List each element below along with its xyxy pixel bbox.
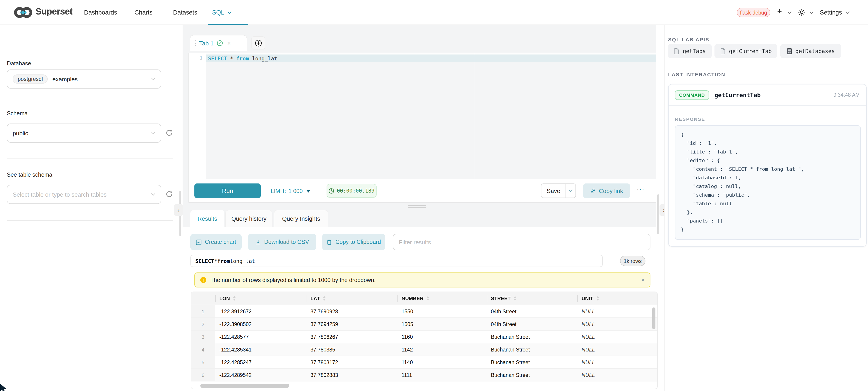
horizontal-scrollbar[interactable] xyxy=(200,384,289,388)
sql-code-editor[interactable]: 1 SELECT * from long_lat xyxy=(189,53,656,180)
row-number: 4 xyxy=(191,343,215,356)
cell-lat: 37.7806267 xyxy=(306,331,397,343)
save-options-caret[interactable] xyxy=(566,184,576,198)
settings-chevron-icon xyxy=(846,11,850,14)
database-value: examples xyxy=(53,76,78,83)
close-tab-icon[interactable]: × xyxy=(227,40,231,46)
command-timestamp: 9:34:48 AM xyxy=(834,92,860,98)
column-header-label: NUMBER xyxy=(402,296,424,301)
add-tab-button[interactable] xyxy=(251,36,265,50)
cell-street: Buchanan Street xyxy=(487,369,577,381)
panel-split-drag-handle[interactable] xyxy=(408,205,426,209)
sql-text: * xyxy=(227,56,237,62)
table-row: 1 -122.3912672 37.7690928 1550 04th Stre… xyxy=(191,305,657,318)
refresh-tables-icon[interactable] xyxy=(165,190,173,198)
database-select[interactable]: postgresql examples xyxy=(7,69,161,89)
copy-to-clipboard-button[interactable]: Copy to Clipboard xyxy=(322,234,385,250)
cell-number: 1111 xyxy=(397,369,487,381)
file-cabinet-icon xyxy=(787,48,792,54)
row-number: 6 xyxy=(191,369,215,381)
cell-lat: 37.7694259 xyxy=(306,318,397,330)
chevron-down-icon xyxy=(151,132,155,134)
nav-item-sql[interactable]: SQL xyxy=(212,0,231,25)
create-chart-button[interactable]: Create chart xyxy=(190,234,242,250)
settings-menu[interactable]: Settings xyxy=(820,0,850,25)
column-header-number[interactable]: NUMBER xyxy=(397,292,487,305)
column-header-lat[interactable]: LAT xyxy=(306,292,397,305)
row-number: 2 xyxy=(191,318,215,330)
theme-sun-icon[interactable] xyxy=(798,9,805,16)
timer-value: 00:00:00.189 xyxy=(337,188,374,194)
editor-print-margin xyxy=(475,53,475,180)
chevron-down-icon xyxy=(151,78,155,80)
command-name: getCurrentTab xyxy=(714,92,761,98)
sidebar-divider xyxy=(7,159,173,159)
right-resize-handle[interactable] xyxy=(657,194,659,234)
get-databases-button[interactable]: getDatabases xyxy=(780,44,841,58)
copy-link-button[interactable]: Copy link xyxy=(583,184,630,198)
cell-unit: NULL xyxy=(578,369,657,381)
close-warning-icon[interactable]: × xyxy=(641,276,645,283)
sort-icon xyxy=(323,296,326,301)
cell-unit: NULL xyxy=(578,305,657,318)
copy-link-label: Copy link xyxy=(599,187,623,194)
cell-number: 1142 xyxy=(397,343,487,356)
column-header-label: UNIT xyxy=(582,296,593,301)
cell-lat: 37.7802883 xyxy=(306,369,397,381)
nav-item-datasets[interactable]: Datasets xyxy=(173,0,197,25)
get-tabs-button[interactable]: getTabs xyxy=(668,44,712,58)
row-number-header xyxy=(191,292,215,305)
clock-icon xyxy=(329,188,335,194)
sort-icon xyxy=(233,296,236,301)
run-query-button[interactable]: Run xyxy=(194,184,261,198)
column-header-street[interactable]: STREET xyxy=(487,292,577,305)
sql-statement: SELECT * from long_lat xyxy=(208,56,277,62)
cell-lon: -122.4285247 xyxy=(215,356,306,368)
sort-icon xyxy=(596,296,599,301)
editor-toolbar: Run LIMIT: 1 000 00:00:00.189 Save xyxy=(189,179,656,202)
tab-query-history[interactable]: Query history xyxy=(225,210,273,227)
tab-query-insights[interactable]: Query Insights xyxy=(274,210,329,227)
download-csv-button[interactable]: Download to CSV xyxy=(248,234,316,250)
link-icon xyxy=(590,188,596,194)
more-options-icon[interactable]: ··· xyxy=(637,185,645,193)
tab-results[interactable]: Results xyxy=(190,210,224,227)
add-new-chevron-icon[interactable] xyxy=(787,11,792,14)
superset-logo-icon[interactable] xyxy=(13,6,33,19)
nav-item-dashboards[interactable]: Dashboards xyxy=(84,0,117,25)
results-table: LON LAT NUMBER STREET UNIT 1 -122.391267… xyxy=(191,292,658,389)
warning-message: The number of rows displayed is limited … xyxy=(210,277,376,283)
add-new-icon[interactable]: + xyxy=(777,7,782,17)
save-split-button[interactable]: Save xyxy=(541,184,576,198)
column-header-lon[interactable]: LON xyxy=(215,292,306,305)
response-label: RESPONSE xyxy=(675,116,705,122)
column-header-unit[interactable]: UNIT xyxy=(578,292,657,305)
sort-icon xyxy=(514,296,517,301)
schema-select[interactable]: public xyxy=(7,124,161,142)
limit-dropdown[interactable]: LIMIT: 1 000 xyxy=(271,180,311,202)
copy-to-clipboard-label: Copy to Clipboard xyxy=(335,239,381,245)
refresh-schemas-icon[interactable] xyxy=(165,129,173,137)
theme-chevron-icon[interactable] xyxy=(809,11,813,14)
save-button[interactable]: Save xyxy=(541,184,566,198)
chevron-down-icon xyxy=(227,11,231,14)
table-row: 3 -122.428577 37.7806267 1160 Buchanan S… xyxy=(191,331,657,343)
last-interaction-card: COMMAND getCurrentTab 9:34:48 AM RESPONS… xyxy=(668,84,867,247)
get-current-tab-button[interactable]: getCurrentTab xyxy=(714,44,777,58)
document-icon xyxy=(720,48,726,54)
sql-text: long_lat xyxy=(249,56,277,62)
drag-handle-icon[interactable] xyxy=(195,40,196,46)
nav-item-charts[interactable]: Charts xyxy=(134,0,153,25)
table-select-placeholder: Select table or type to search tables xyxy=(13,191,106,198)
editor-tab[interactable]: Tab 1 × xyxy=(190,35,247,51)
vertical-scrollbar[interactable] xyxy=(652,307,655,329)
brand-name[interactable]: Superset xyxy=(35,6,72,17)
cell-unit: NULL xyxy=(578,331,657,343)
sql-keyword: from xyxy=(237,56,249,62)
sql-editor-panel: Tab 1 × 1 SELECT * from long_lat xyxy=(183,25,656,391)
query-timer: 00:00:00.189 xyxy=(327,184,376,198)
warning-icon: ! xyxy=(200,277,206,283)
filter-results-input[interactable] xyxy=(393,234,650,250)
table-select[interactable]: Select table or type to search tables xyxy=(7,185,161,204)
collapse-left-panel-button[interactable]: ‹ xyxy=(174,204,183,216)
